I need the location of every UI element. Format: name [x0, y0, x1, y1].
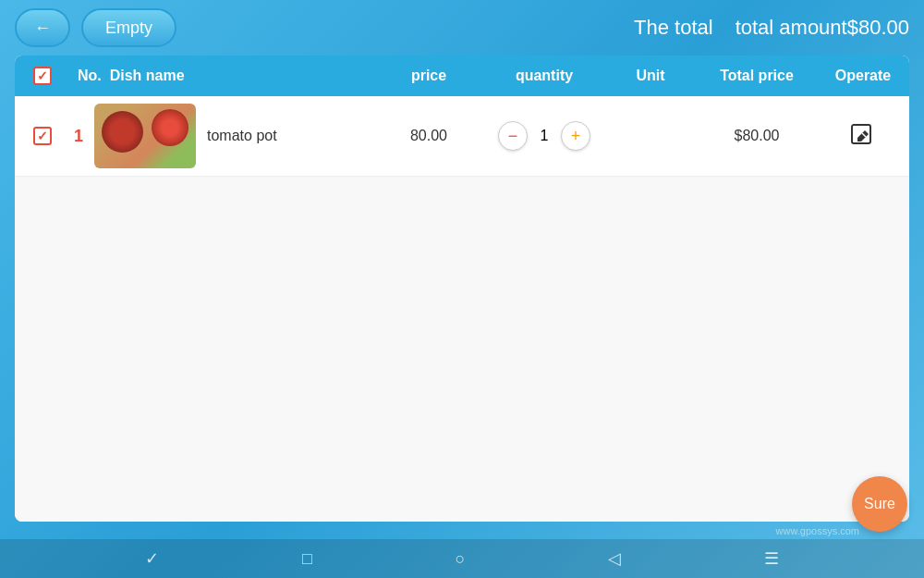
sure-button[interactable]: Sure: [852, 476, 907, 532]
nav-square-icon[interactable]: □: [302, 549, 312, 569]
increase-qty-button-1[interactable]: +: [561, 121, 590, 151]
col-header-no: No. Dish name: [70, 68, 373, 84]
nav-check-icon[interactable]: ✓: [145, 548, 159, 569]
col-header-price: price: [373, 68, 484, 84]
bottom-nav-bar: ✓ □ ○ ◁ ☰: [0, 539, 924, 578]
col-header-unit: Unit: [604, 68, 697, 84]
select-all-checkbox[interactable]: [33, 67, 52, 85]
dish-info-1: 1 tomato pot: [70, 104, 373, 168]
qty-value-1: 1: [535, 128, 553, 144]
col-header-quantity: quantity: [484, 68, 604, 84]
total-label: The total: [634, 16, 713, 40]
decrease-qty-button-1[interactable]: −: [498, 121, 528, 151]
total-section: The total total amount$80.00: [634, 16, 909, 40]
col-header-operate: Operate: [817, 68, 909, 84]
nav-back-icon[interactable]: ◁: [608, 548, 621, 569]
total-price-1: $80.00: [697, 128, 817, 144]
top-bar: ← Empty The total total amount$80.00: [0, 0, 924, 55]
total-amount: total amount$80.00: [736, 16, 909, 40]
operate-1: [817, 121, 909, 151]
empty-button[interactable]: Empty: [81, 8, 176, 47]
watermark: www.gpossys.com: [776, 525, 859, 536]
quantity-1: − 1 +: [484, 121, 604, 151]
table-row: 1 tomato pot 80.00 − 1 + $80.00: [15, 96, 909, 177]
main-content: No. Dish name price quantity Unit Total …: [15, 55, 909, 522]
dish-image-1: [94, 104, 196, 168]
dish-name-1: tomato pot: [207, 128, 277, 144]
sure-label: Sure: [864, 496, 895, 512]
nav-menu-icon[interactable]: ☰: [764, 548, 779, 569]
table-header: No. Dish name price quantity Unit Total …: [15, 55, 909, 96]
nav-circle-icon[interactable]: ○: [455, 549, 465, 569]
empty-label: Empty: [105, 18, 152, 37]
back-button[interactable]: ←: [15, 8, 70, 47]
header-checkbox[interactable]: [15, 67, 70, 85]
price-1: 80.00: [373, 128, 484, 144]
col-header-total-price: Total price: [697, 68, 817, 84]
edit-button-1[interactable]: [848, 121, 878, 151]
table-body: 1 tomato pot 80.00 − 1 + $80.00: [15, 96, 909, 522]
back-icon: ←: [34, 18, 51, 38]
row-select-checkbox-1[interactable]: [33, 127, 52, 145]
row-checkbox-1[interactable]: [15, 127, 70, 145]
row-number-1: 1: [74, 127, 83, 146]
